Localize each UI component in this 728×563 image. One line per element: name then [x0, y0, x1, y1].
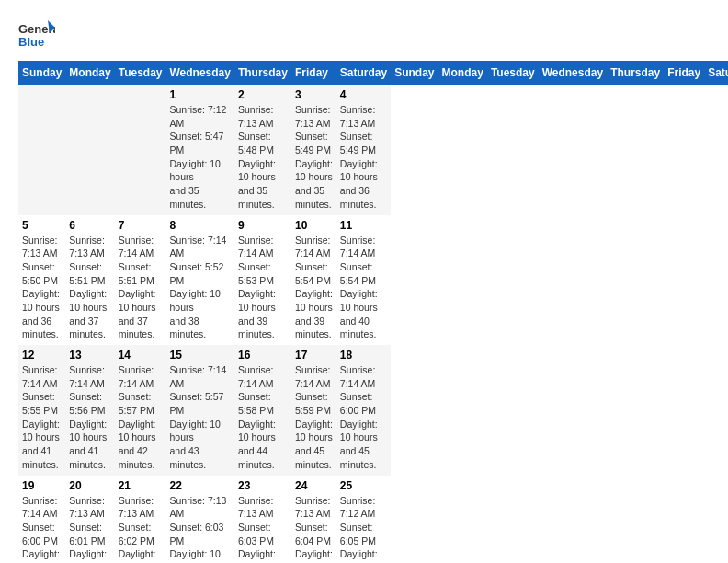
weekday-header-sunday: Sunday	[391, 61, 438, 85]
calendar-cell: 3Sunrise: 7:13 AMSunset: 5:49 PMDaylight…	[291, 85, 336, 215]
day-number: 16	[238, 349, 288, 362]
day-number: 1	[169, 88, 230, 101]
calendar-cell: 19Sunrise: 7:14 AMSunset: 6:00 PMDayligh…	[18, 476, 65, 564]
day-info: Sunrise: 7:12 AMSunset: 5:47 PMDaylight:…	[169, 103, 230, 212]
calendar-cell: 23Sunrise: 7:13 AMSunset: 6:03 PMDayligh…	[234, 476, 291, 564]
day-info: Sunrise: 7:14 AMSunset: 5:58 PMDaylight:…	[238, 363, 288, 472]
weekday-header-thursday: Thursday	[607, 61, 664, 85]
day-info: Sunrise: 7:13 AMSunset: 6:03 PMDaylight:…	[238, 494, 288, 564]
calendar-cell: 21Sunrise: 7:13 AMSunset: 6:02 PMDayligh…	[115, 476, 166, 564]
calendar-cell: 17Sunrise: 7:14 AMSunset: 5:59 PMDayligh…	[291, 345, 336, 476]
day-info: Sunrise: 7:13 AMSunset: 5:50 PMDaylight:…	[22, 234, 62, 342]
calendar-cell: 10Sunrise: 7:14 AMSunset: 5:54 PMDayligh…	[291, 215, 336, 346]
day-info: Sunrise: 7:14 AMSunset: 5:53 PMDaylight:…	[238, 234, 288, 342]
day-number: 25	[340, 479, 387, 492]
calendar-header-row: SundayMondayTuesdayWednesdayThursdayFrid…	[18, 61, 728, 85]
calendar-cell: 20Sunrise: 7:13 AMSunset: 6:01 PMDayligh…	[65, 476, 114, 564]
calendar-cell: 24Sunrise: 7:13 AMSunset: 6:04 PMDayligh…	[291, 476, 336, 564]
day-info: Sunrise: 7:14 AMSunset: 6:00 PMDaylight:…	[22, 494, 62, 564]
page-header: General Blue	[18, 18, 710, 52]
day-number: 4	[340, 88, 387, 101]
day-number: 18	[340, 349, 387, 362]
calendar-cell	[115, 85, 166, 215]
day-info: Sunrise: 7:13 AMSunset: 6:01 PMDaylight:…	[69, 494, 110, 564]
calendar-week-row: 19Sunrise: 7:14 AMSunset: 6:00 PMDayligh…	[18, 476, 728, 564]
calendar-cell: 15Sunrise: 7:14 AMSunset: 5:57 PMDayligh…	[165, 345, 233, 476]
day-number: 14	[119, 349, 163, 362]
day-info: Sunrise: 7:14 AMSunset: 5:55 PMDaylight:…	[22, 363, 62, 472]
calendar-week-row: 5Sunrise: 7:13 AMSunset: 5:50 PMDaylight…	[18, 215, 728, 346]
day-number: 24	[295, 479, 333, 492]
calendar-cell: 12Sunrise: 7:14 AMSunset: 5:55 PMDayligh…	[18, 345, 65, 476]
calendar-cell: 5Sunrise: 7:13 AMSunset: 5:50 PMDaylight…	[18, 215, 65, 346]
day-info: Sunrise: 7:14 AMSunset: 5:59 PMDaylight:…	[295, 363, 333, 472]
day-info: Sunrise: 7:14 AMSunset: 6:00 PMDaylight:…	[340, 363, 387, 472]
day-info: Sunrise: 7:13 AMSunset: 5:48 PMDaylight:…	[238, 103, 288, 212]
weekday-header-wednesday: Wednesday	[165, 61, 233, 85]
calendar-cell	[18, 85, 65, 215]
day-info: Sunrise: 7:14 AMSunset: 5:56 PMDaylight:…	[69, 363, 110, 472]
day-info: Sunrise: 7:13 AMSunset: 6:04 PMDaylight:…	[295, 494, 333, 564]
calendar-cell: 4Sunrise: 7:13 AMSunset: 5:49 PMDaylight…	[336, 85, 391, 215]
day-number: 20	[69, 479, 110, 492]
day-info: Sunrise: 7:14 AMSunset: 5:52 PMDaylight:…	[169, 234, 230, 342]
calendar-cell: 6Sunrise: 7:13 AMSunset: 5:51 PMDaylight…	[65, 215, 114, 346]
weekday-header-monday: Monday	[65, 61, 114, 85]
day-number: 8	[169, 219, 230, 232]
calendar-cell: 13Sunrise: 7:14 AMSunset: 5:56 PMDayligh…	[65, 345, 114, 476]
day-number: 11	[340, 219, 387, 232]
weekday-header-saturday: Saturday	[704, 61, 728, 85]
calendar-cell: 11Sunrise: 7:14 AMSunset: 5:54 PMDayligh…	[336, 215, 391, 346]
calendar-cell: 8Sunrise: 7:14 AMSunset: 5:52 PMDaylight…	[165, 215, 233, 346]
day-info: Sunrise: 7:13 AMSunset: 6:03 PMDaylight:…	[169, 494, 230, 564]
day-number: 22	[169, 479, 230, 492]
day-number: 23	[238, 479, 288, 492]
day-info: Sunrise: 7:14 AMSunset: 5:54 PMDaylight:…	[340, 234, 387, 342]
day-info: Sunrise: 7:12 AMSunset: 6:05 PMDaylight:…	[340, 494, 387, 564]
day-info: Sunrise: 7:13 AMSunset: 5:51 PMDaylight:…	[69, 234, 110, 342]
calendar-week-row: 12Sunrise: 7:14 AMSunset: 5:55 PMDayligh…	[18, 345, 728, 476]
day-info: Sunrise: 7:13 AMSunset: 5:49 PMDaylight:…	[340, 103, 387, 212]
day-number: 21	[119, 479, 163, 492]
calendar-cell: 2Sunrise: 7:13 AMSunset: 5:48 PMDaylight…	[234, 85, 291, 215]
weekday-header-thursday: Thursday	[234, 61, 291, 85]
weekday-header-friday: Friday	[664, 61, 704, 85]
calendar-cell: 14Sunrise: 7:14 AMSunset: 5:57 PMDayligh…	[115, 345, 166, 476]
day-number: 15	[169, 349, 230, 362]
day-info: Sunrise: 7:14 AMSunset: 5:54 PMDaylight:…	[295, 234, 333, 342]
day-info: Sunrise: 7:14 AMSunset: 5:57 PMDaylight:…	[119, 363, 163, 472]
day-info: Sunrise: 7:13 AMSunset: 5:49 PMDaylight:…	[295, 103, 333, 212]
weekday-header-tuesday: Tuesday	[487, 61, 539, 85]
calendar-table: SundayMondayTuesdayWednesdayThursdayFrid…	[18, 61, 728, 563]
calendar-cell	[65, 85, 114, 215]
calendar-cell: 16Sunrise: 7:14 AMSunset: 5:58 PMDayligh…	[234, 345, 291, 476]
day-number: 3	[295, 88, 333, 101]
day-number: 6	[69, 219, 110, 232]
weekday-header-wednesday: Wednesday	[539, 61, 607, 85]
day-number: 12	[22, 349, 62, 362]
calendar-cell: 1Sunrise: 7:12 AMSunset: 5:47 PMDaylight…	[165, 85, 233, 215]
day-info: Sunrise: 7:13 AMSunset: 6:02 PMDaylight:…	[119, 494, 163, 564]
day-number: 5	[22, 219, 62, 232]
logo: General Blue	[18, 18, 55, 52]
calendar-week-row: 1Sunrise: 7:12 AMSunset: 5:47 PMDaylight…	[18, 85, 728, 215]
weekday-header-saturday: Saturday	[336, 61, 391, 85]
day-number: 7	[119, 219, 163, 232]
weekday-header-monday: Monday	[438, 61, 487, 85]
calendar-cell: 9Sunrise: 7:14 AMSunset: 5:53 PMDaylight…	[234, 215, 291, 346]
logo-container: General Blue	[18, 18, 55, 52]
calendar-cell: 22Sunrise: 7:13 AMSunset: 6:03 PMDayligh…	[165, 476, 233, 564]
weekday-header-sunday: Sunday	[18, 61, 65, 85]
day-number: 2	[238, 88, 288, 101]
svg-text:Blue: Blue	[18, 35, 44, 49]
day-info: Sunrise: 7:14 AMSunset: 5:51 PMDaylight:…	[119, 234, 163, 342]
weekday-header-tuesday: Tuesday	[115, 61, 166, 85]
logo-svg: General Blue	[18, 18, 55, 52]
day-number: 13	[69, 349, 110, 362]
calendar-cell: 18Sunrise: 7:14 AMSunset: 6:00 PMDayligh…	[336, 345, 391, 476]
day-number: 9	[238, 219, 288, 232]
calendar-cell: 25Sunrise: 7:12 AMSunset: 6:05 PMDayligh…	[336, 476, 391, 564]
day-info: Sunrise: 7:14 AMSunset: 5:57 PMDaylight:…	[169, 363, 230, 472]
weekday-header-friday: Friday	[291, 61, 336, 85]
day-number: 17	[295, 349, 333, 362]
